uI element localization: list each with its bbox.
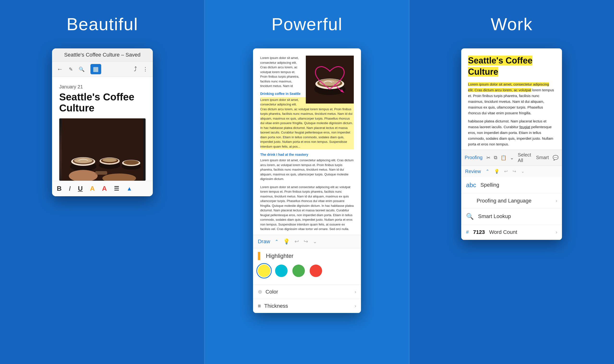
copy-icon[interactable]: ⧉: [494, 155, 497, 160]
color-green[interactable]: [292, 265, 305, 277]
color-yellow[interactable]: [258, 265, 270, 277]
coffee-scene-svg: [62, 118, 143, 181]
spelling-menu-label: Spelling: [480, 182, 557, 188]
smart-button[interactable]: Smart: [536, 155, 549, 160]
highlighter-icon: ▌: [258, 252, 263, 260]
review-more-icon[interactable]: ⌄: [521, 169, 525, 174]
panel-beautiful-title: Beautiful: [67, 14, 138, 34]
review-redo-icon[interactable]: ↪: [513, 169, 516, 174]
scissors-icon[interactable]: ✂: [486, 155, 491, 161]
work-body-text: Lorem ipsum dolor sit amet, consectetur …: [468, 81, 555, 116]
panel-beautiful: Beautiful Seattle's Coffee Culture – Sav…: [0, 0, 205, 364]
thickness-icon: ≡: [258, 303, 261, 309]
panel-powerful-title: Powerful: [272, 14, 342, 34]
review-undo-icon[interactable]: ↩: [504, 169, 508, 174]
phone-doc-content: January 21 Seattle's Coffee Culture: [52, 77, 153, 181]
paste-icon[interactable]: 📋: [501, 155, 506, 161]
more-icon[interactable]: ⋮: [143, 66, 148, 72]
phone-doc-title: Seattle's Coffee Culture: [59, 91, 146, 114]
draw-more-icon[interactable]: ⌄: [313, 238, 317, 245]
color-menu-label: Color: [265, 289, 278, 295]
color-dots-row: [258, 265, 356, 281]
panel-work: Work Seattle's Coffee Culture Lorem ipsu…: [409, 0, 614, 364]
italic-button[interactable]: I: [69, 185, 71, 192]
draw-label[interactable]: Draw: [258, 238, 270, 245]
spelling-menu-item[interactable]: abc Spelling: [461, 177, 562, 193]
word-count-menu-item[interactable]: # 7123 Word Count ›: [461, 225, 562, 240]
search-icon[interactable]: 🔍: [79, 66, 85, 72]
thickness-menu-label: Thickness: [264, 303, 288, 309]
work-mockup: Seattle's Coffee Culture Lorem ipsum dol…: [461, 48, 562, 240]
doc-float-image: [306, 56, 354, 104]
phone-date: January 21: [59, 84, 146, 90]
thickness-menu-item[interactable]: ≡ Thickness ›: [253, 299, 361, 313]
work-doc-title: Seattle's Coffee Culture: [468, 56, 532, 77]
doc-view-icon[interactable]: ▦: [90, 64, 101, 74]
svg-point-11: [123, 160, 139, 165]
up-button[interactable]: ▲: [126, 185, 132, 192]
share-icon[interactable]: ⤴: [134, 65, 137, 73]
color-red[interactable]: [310, 265, 322, 277]
review-bulb-icon[interactable]: 💡: [494, 169, 499, 174]
doc-body-text-2: Lorem ipsum dolor sit amet consectetur a…: [260, 185, 354, 232]
word-count-chevron-icon: ›: [556, 229, 557, 235]
edit-icon[interactable]: ✎: [69, 66, 73, 72]
list-button[interactable]: ☰: [114, 185, 119, 192]
phone-mockup-beautiful: Seattle's Coffee Culture – Saved ← ✎ 🔍 ▦…: [52, 48, 153, 196]
draw-chevron-icon: ⌃: [275, 239, 278, 244]
font-color-button[interactable]: A: [102, 185, 107, 192]
phone-formatting-bar: B I U A A ☰ ▲: [52, 181, 153, 196]
select-all-button[interactable]: Select All: [518, 152, 532, 163]
svg-point-4: [74, 158, 92, 163]
comment-icon[interactable]: 💬: [553, 155, 559, 161]
work-doc-content: Seattle's Coffee Culture Lorem ipsum dol…: [461, 48, 562, 150]
doc-roastery-text: Lorem ipsum dolor sit amet, consectetur …: [260, 158, 354, 182]
word-count-label: Word Count: [489, 229, 551, 235]
spelling-icon: abc: [466, 182, 476, 189]
doc-highlighted-text: Lorem ipsum dolor sit amet, consectetur …: [260, 97, 354, 150]
doc-mockup-powerful: Lorem ipsum dolor sit amet, consectetur …: [253, 48, 361, 313]
coffee-visual: [59, 118, 146, 181]
proofing-label[interactable]: Proofing: [464, 155, 483, 160]
draw-redo-icon[interactable]: ↪: [304, 238, 308, 245]
highlighter-section: ▌ Highlighter: [253, 248, 361, 285]
svg-line-20: [335, 84, 342, 91]
work-context-bar: Proofing ✂ ⧉ 📋 ⌄ Select All Smart 💬: [461, 150, 562, 166]
svg-rect-14: [95, 171, 107, 175]
proofing-language-chevron-icon: ›: [556, 198, 557, 203]
word-count-number: 7123: [473, 229, 485, 235]
panel-powerful: Powerful: [205, 0, 409, 364]
work-body-text-2: habitasse platea dictumst. Nam placerat …: [468, 118, 555, 147]
bold-button[interactable]: B: [57, 185, 62, 192]
highlighter-label: Highlighter: [266, 253, 294, 259]
back-icon[interactable]: ←: [57, 65, 63, 73]
smart-lookup-label: Smart Lookup: [478, 213, 557, 220]
color-cyan[interactable]: [275, 265, 287, 277]
underline-button[interactable]: U: [78, 185, 83, 192]
proofing-language-menu-item[interactable]: Proofing and Language ›: [461, 193, 562, 208]
color-chevron-icon: ›: [355, 289, 356, 295]
color-menu-item[interactable]: ⊕ Color ›: [253, 285, 361, 299]
more-context-icon[interactable]: ⌄: [510, 155, 514, 161]
highlighter-row: ▌ Highlighter: [258, 252, 356, 260]
highlight-button[interactable]: A: [90, 185, 95, 192]
coffee-image: [59, 118, 146, 181]
smart-lookup-menu-item[interactable]: 🔍 Smart Lookup: [461, 208, 562, 225]
draw-bulb-icon[interactable]: 💡: [283, 238, 290, 245]
phone-header: Seattle's Coffee Culture – Saved: [52, 48, 153, 62]
doc-header-title: Seattle's Coffee Culture – Saved: [64, 52, 140, 58]
draw-toolbar: Draw ⌃ 💡 ↩ ↪ ⌄: [253, 235, 361, 248]
thickness-chevron-icon: ›: [355, 303, 356, 309]
smart-lookup-icon: 🔍: [466, 213, 474, 220]
work-highlighted-text: Lorem ipsum dolor sit amet, consectetur …: [468, 82, 549, 92]
color-icon: ⊕: [258, 289, 262, 295]
review-label[interactable]: Review: [465, 169, 481, 174]
work-review-toolbar: Review ⌃ 💡 ↩ ↪ ⌄: [461, 166, 562, 177]
review-chevron-icon: ⌃: [486, 169, 489, 174]
draw-undo-icon[interactable]: ↩: [295, 238, 299, 245]
svg-marker-21: [341, 89, 344, 93]
proofing-language-label: Proofing and Language: [466, 198, 551, 204]
phone-toolbar: ← ✎ 🔍 ▦ ⤴ ⋮: [52, 62, 153, 77]
panel-work-title: Work: [491, 14, 533, 34]
ink-heart-svg: [313, 63, 347, 96]
